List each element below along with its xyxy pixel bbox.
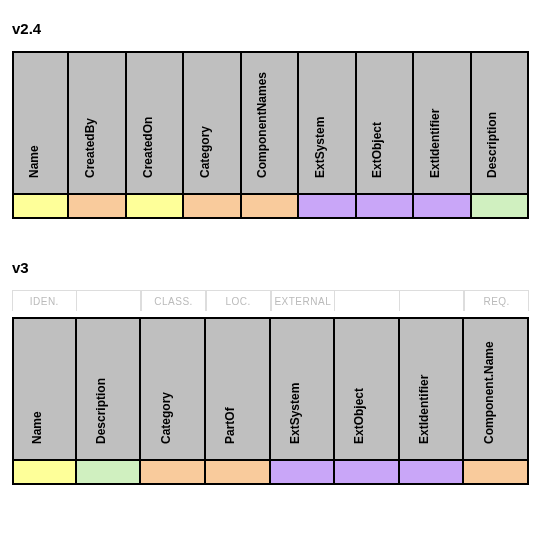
col-header: ExtIdentifier [414, 51, 471, 195]
col-header: ExtSystem [271, 317, 336, 461]
col-swatch [141, 461, 206, 485]
section-v24: v2.4 Name CreatedBy CreatedOn Category C… [12, 20, 529, 219]
col-header: ExtSystem [299, 51, 356, 195]
col-swatch [242, 195, 299, 219]
col-swatch [472, 195, 529, 219]
col-swatch [335, 461, 400, 485]
col-swatch [184, 195, 241, 219]
group-label: IDEN. [12, 290, 77, 311]
col-header: Name [12, 51, 69, 195]
col-header: Description [77, 317, 142, 461]
col-swatch [414, 195, 471, 219]
col-header: Category [141, 317, 206, 461]
section-v3: v3 IDEN.Name Description CLASS.Category … [12, 259, 529, 485]
col-swatch [206, 461, 271, 485]
table-v3: IDEN.Name Description CLASS.Category LOC… [12, 290, 529, 485]
col-header: Component.Name [464, 317, 529, 461]
group-label [335, 290, 400, 311]
col-header: Category [184, 51, 241, 195]
group-label [400, 290, 465, 311]
col-header: PartOf [206, 317, 271, 461]
table-v24: Name CreatedBy CreatedOn Category Compon… [12, 51, 529, 219]
col-swatch [12, 461, 77, 485]
col-header: Description [472, 51, 529, 195]
group-label: REQ. [464, 290, 529, 311]
col-header: CreatedBy [69, 51, 126, 195]
col-swatch [127, 195, 184, 219]
col-swatch [77, 461, 142, 485]
col-swatch [12, 195, 69, 219]
col-header: ComponentNames [242, 51, 299, 195]
col-swatch [271, 461, 336, 485]
group-label [77, 290, 142, 311]
col-header: Name [12, 317, 77, 461]
col-header: ExtIdentifier [400, 317, 465, 461]
section-title-v24: v2.4 [12, 20, 529, 37]
col-swatch [464, 461, 529, 485]
col-swatch [357, 195, 414, 219]
group-label: EXTERNAL [271, 290, 336, 311]
section-title-v3: v3 [12, 259, 529, 276]
col-header: ExtObject [357, 51, 414, 195]
group-label: LOC. [206, 290, 271, 311]
col-swatch [400, 461, 465, 485]
col-swatch [299, 195, 356, 219]
group-label: CLASS. [141, 290, 206, 311]
col-header: CreatedOn [127, 51, 184, 195]
col-swatch [69, 195, 126, 219]
col-header: ExtObject [335, 317, 400, 461]
